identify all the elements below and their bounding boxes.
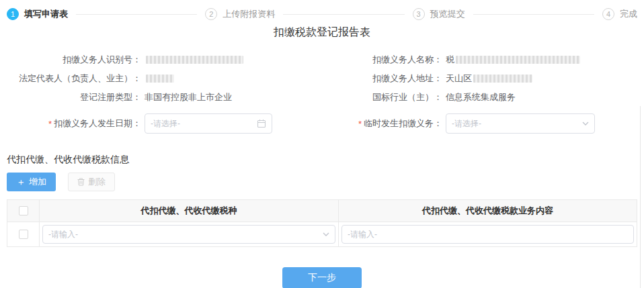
withholding-tax-registration-page: 1 填写申请表 2 上传附报资料 3 预览提交 4 完成 扣缴税款登记报告表 扣… [0, 0, 644, 288]
step-preview-submit: 3 预览提交 [413, 8, 465, 20]
tax-type-header: 代扣代缴、代收代缴税种 [40, 200, 339, 222]
step-3-circle: 3 [413, 8, 425, 20]
step-2-circle: 2 [205, 8, 217, 20]
business-content-header: 代扣代缴、代收代缴税款业务内容 [339, 200, 637, 222]
temp-obligation-select[interactable] [446, 113, 595, 134]
redacted-value [456, 56, 580, 64]
required-mark: * [48, 119, 52, 129]
business-content-cell [339, 222, 637, 246]
taxpayer-id-value [145, 56, 243, 64]
select-all-checkbox[interactable] [19, 206, 28, 215]
step-connector [76, 14, 197, 15]
taxpayer-id-label: 扣缴义务人识别号： [7, 54, 141, 66]
step-1-circle: 1 [7, 8, 19, 20]
redacted-value [146, 75, 174, 83]
step-upload-materials: 2 上传附报资料 [205, 8, 275, 20]
taxpayer-address-label: 扣缴义务人地址： [328, 73, 442, 85]
calendar-icon [257, 119, 266, 128]
industry-value: 信息系统集成服务 [446, 91, 516, 103]
occur-date-picker[interactable] [145, 113, 272, 134]
scrollbar[interactable] [640, 106, 641, 288]
taxpayer-name-label: 扣缴义务人名称： [328, 54, 442, 66]
temp-obligation-label: * 临时发生扣缴义务： [328, 117, 442, 130]
step-4-circle: 4 [602, 8, 614, 20]
page-title: 扣缴税款登记报告表 [7, 26, 637, 40]
chevron-down-icon [582, 122, 589, 126]
next-step-button[interactable]: 下一步 [282, 267, 362, 288]
select-all-cell [7, 200, 40, 222]
row-checkbox[interactable] [19, 230, 28, 239]
delete-button[interactable]: 删除 [68, 173, 115, 191]
redacted-value [473, 75, 532, 83]
step-4-label: 完成 [620, 8, 637, 20]
step-fill-form: 1 填写申请表 [7, 8, 68, 20]
business-content-input[interactable] [348, 230, 628, 239]
taxpayer-address-value: 天山区 [446, 73, 532, 85]
steps-bar: 1 填写申请表 2 上传附报资料 3 预览提交 4 完成 [7, 0, 637, 20]
legal-representative-value [145, 75, 174, 83]
row-select-cell [7, 222, 40, 246]
table-toolbar: ＋ 增加 删除 [7, 173, 637, 191]
step-3-label: 预览提交 [430, 8, 465, 20]
step-complete: 4 完成 [602, 8, 637, 20]
tax-type-select[interactable] [42, 225, 335, 244]
add-button[interactable]: ＋ 增加 [7, 173, 56, 191]
footer: 下一步 [7, 267, 637, 288]
taxpayer-info-form: 扣缴义务人识别号： 扣缴义务人名称： 税 法定代表人（负责人、业主）： 扣缴义务… [7, 50, 637, 135]
step-1-label: 填写申请表 [24, 8, 68, 20]
tax-type-cell [40, 222, 339, 246]
step-connector [283, 14, 404, 15]
table-row [7, 222, 637, 246]
temp-obligation-select-input[interactable] [452, 119, 582, 128]
step-2-label: 上传附报资料 [223, 8, 275, 20]
business-content-field[interactable] [341, 225, 634, 244]
industry-label: 国标行业（主）： [328, 91, 442, 103]
chevron-down-icon [323, 232, 329, 236]
redacted-value [146, 56, 243, 64]
legal-representative-label: 法定代表人（负责人、业主）： [7, 73, 141, 85]
registration-type-value: 非国有控股非上市企业 [145, 91, 232, 103]
plus-icon: ＋ [16, 177, 26, 187]
taxpayer-name-value: 税 [446, 54, 580, 66]
tax-type-select-input[interactable] [48, 230, 323, 239]
withholding-tax-table: 代扣代缴、代收代缴税种 代扣代缴、代收代缴税款业务内容 [7, 199, 637, 247]
registration-type-label: 登记注册类型： [7, 91, 141, 103]
table-header-row: 代扣代缴、代收代缴税种 代扣代缴、代收代缴税款业务内容 [7, 200, 637, 222]
trash-icon [77, 178, 85, 186]
required-mark: * [358, 119, 362, 129]
step-connector [473, 14, 594, 15]
section-title: 代扣代缴、代收代缴税款信息 [7, 154, 637, 166]
occur-date-input[interactable] [151, 119, 257, 128]
occur-date-label: * 扣缴义务人发生日期： [7, 117, 141, 130]
